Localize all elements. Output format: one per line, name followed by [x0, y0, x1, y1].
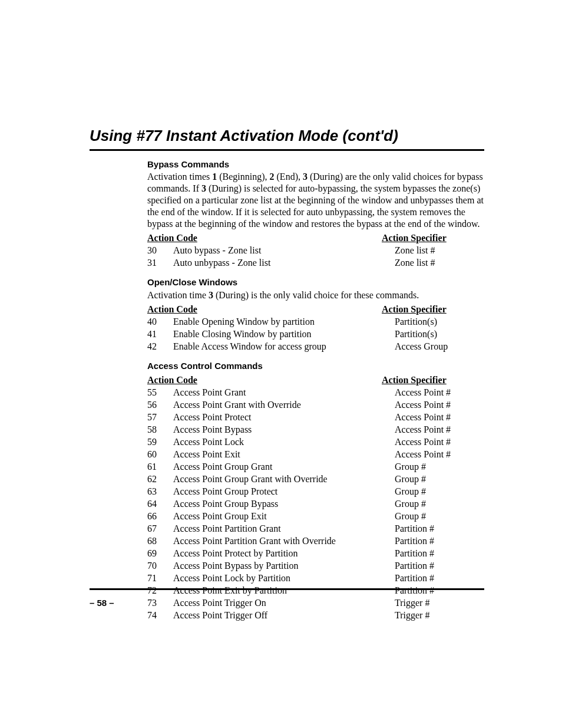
content: Using #77 Instant Activation Mode (cont'… — [90, 126, 484, 621]
table-row: 55Access Point GrantAccess Point # — [147, 387, 484, 398]
action-description: Auto unbypass - Zone list — [173, 257, 395, 269]
action-specifier: Group # — [395, 473, 484, 485]
access-heading: Access Control Commands — [147, 361, 484, 372]
table-row: 70Access Point Bypass by PartitionPartit… — [147, 560, 484, 572]
action-description: Access Point Protect by Partition — [173, 548, 395, 559]
action-specifier: Access Point # — [395, 399, 484, 411]
bypass-paragraph: Activation times 1 (Beginning), 2 (End),… — [147, 171, 484, 230]
col-action-code: Action Code — [147, 232, 382, 244]
action-code: 74 — [147, 610, 173, 621]
action-description: Access Point Bypass by Partition — [173, 560, 395, 572]
page: Using #77 Instant Activation Mode (cont'… — [0, 0, 562, 728]
col-action-code: Action Code — [147, 304, 382, 315]
action-description: Access Point Group Bypass — [173, 498, 395, 510]
table-row: 56Access Point Grant with OverrideAccess… — [147, 399, 484, 411]
table-row: 60Access Point ExitAccess Point # — [147, 449, 484, 460]
action-code: 73 — [147, 597, 173, 609]
action-code: 31 — [147, 257, 173, 269]
bold-1: 1 — [212, 172, 217, 182]
action-code: 60 — [147, 449, 173, 460]
action-description: Auto bypass - Zone list — [173, 245, 395, 256]
text: Activation times — [147, 172, 212, 182]
table-row: 72Access Point Exit by PartitionPartitio… — [147, 585, 484, 597]
table-row: 31Auto unbypass - Zone listZone list # — [147, 257, 484, 269]
action-code: 61 — [147, 461, 173, 473]
table-row: 41Enable Closing Window by partitionPart… — [147, 328, 484, 340]
table-row: 40Enable Opening Window by partitionPart… — [147, 316, 484, 328]
table-row: 42Enable Access Window for access groupA… — [147, 341, 484, 353]
action-description: Access Point Exit by Partition — [173, 585, 395, 597]
action-code: 42 — [147, 341, 173, 353]
action-description: Enable Closing Window by partition — [173, 328, 395, 340]
col-action-specifier: Action Specifier — [382, 304, 484, 315]
access-column-headers: Action Code Action Specifier — [147, 374, 484, 386]
action-code: 59 — [147, 436, 173, 448]
bold-3: 3 — [303, 172, 308, 182]
action-specifier: Partition(s) — [395, 316, 484, 328]
table-row: 58Access Point BypassAccess Point # — [147, 424, 484, 436]
table-row: 71Access Point Lock by PartitionPartitio… — [147, 572, 484, 584]
action-description: Access Point Protect — [173, 411, 395, 423]
action-code: 68 — [147, 535, 173, 547]
action-specifier: Partition # — [395, 572, 484, 584]
col-action-specifier: Action Specifier — [382, 232, 484, 244]
action-code: 55 — [147, 387, 173, 398]
action-description: Access Point Trigger Off — [173, 610, 395, 621]
action-code: 69 — [147, 548, 173, 559]
action-description: Enable Access Window for access group — [173, 341, 395, 353]
action-description: Access Point Bypass — [173, 424, 395, 436]
action-description: Enable Opening Window by partition — [173, 316, 395, 328]
action-specifier: Partition(s) — [395, 328, 484, 340]
table-row: 74Access Point Trigger OffTrigger # — [147, 610, 484, 621]
openclose-paragraph: Activation time 3 (During) is the only v… — [147, 289, 484, 301]
action-code: 57 — [147, 411, 173, 423]
openclose-rows: 40Enable Opening Window by partitionPart… — [147, 316, 484, 353]
bold-3: 3 — [209, 290, 213, 300]
footer-rule — [90, 588, 484, 590]
action-specifier: Group # — [395, 461, 484, 473]
text: (End), — [275, 172, 303, 182]
openclose-heading: Open/Close Windows — [147, 277, 484, 288]
text: (During) is the only valid choice for th… — [213, 290, 419, 300]
action-specifier: Zone list # — [395, 257, 484, 269]
table-row: 62Access Point Group Grant with Override… — [147, 473, 484, 485]
action-description: Access Point Grant with Override — [173, 399, 395, 411]
action-specifier: Partition # — [395, 585, 484, 597]
action-specifier: Partition # — [395, 523, 484, 535]
bold-3b: 3 — [201, 183, 206, 193]
action-code: 67 — [147, 523, 173, 535]
action-description: Access Point Group Grant with Override — [173, 473, 395, 485]
action-specifier: Access Point # — [395, 411, 484, 423]
action-code: 56 — [147, 399, 173, 411]
action-specifier: Access Point # — [395, 387, 484, 398]
action-description: Access Point Trigger On — [173, 597, 395, 609]
openclose-column-headers: Action Code Action Specifier — [147, 304, 484, 315]
bold-2: 2 — [270, 172, 275, 182]
bypass-column-headers: Action Code Action Specifier — [147, 232, 484, 244]
action-description: Access Point Partition Grant — [173, 523, 395, 535]
action-description: Access Point Exit — [173, 449, 395, 460]
body: Bypass Commands Activation times 1 (Begi… — [147, 159, 484, 621]
action-code: 72 — [147, 585, 173, 597]
action-description: Access Point Partition Grant with Overri… — [173, 535, 395, 547]
table-row: 63Access Point Group ProtectGroup # — [147, 486, 484, 498]
action-specifier: Trigger # — [395, 610, 484, 621]
bypass-heading: Bypass Commands — [147, 159, 484, 170]
action-specifier: Group # — [395, 486, 484, 498]
action-specifier: Partition # — [395, 560, 484, 572]
action-specifier: Access Point # — [395, 424, 484, 436]
action-specifier: Partition # — [395, 548, 484, 559]
page-title: Using #77 Instant Activation Mode (cont'… — [90, 126, 484, 151]
action-code: 41 — [147, 328, 173, 340]
col-action-specifier: Action Specifier — [382, 374, 484, 386]
action-description: Access Point Group Protect — [173, 486, 395, 498]
action-code: 58 — [147, 424, 173, 436]
action-specifier: Group # — [395, 498, 484, 510]
table-row: 30Auto bypass - Zone listZone list # — [147, 245, 484, 256]
col-action-code: Action Code — [147, 374, 382, 386]
table-row: 59Access Point LockAccess Point # — [147, 436, 484, 448]
action-code: 70 — [147, 560, 173, 572]
table-row: 61Access Point Group GrantGroup # — [147, 461, 484, 473]
action-specifier: Access Point # — [395, 449, 484, 460]
action-description: Access Point Lock — [173, 436, 395, 448]
